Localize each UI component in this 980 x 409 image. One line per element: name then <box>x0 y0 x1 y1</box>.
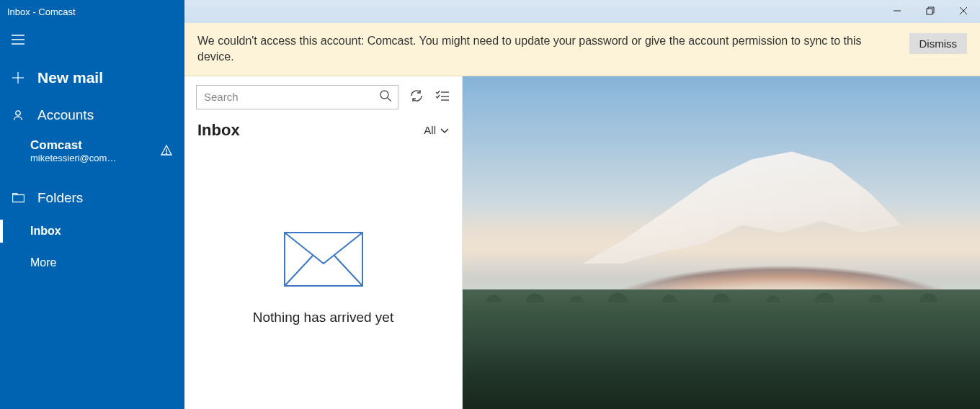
svg-point-5 <box>16 111 20 115</box>
sync-icon <box>409 89 424 106</box>
message-list-pane: Inbox All Nothing has arrived yet <box>184 76 463 409</box>
filter-label: All <box>424 124 436 136</box>
svg-point-7 <box>166 153 166 153</box>
account-name: Comcast <box>30 138 173 153</box>
accounts-label: Accounts <box>37 107 94 123</box>
folders-label: Folders <box>37 190 83 206</box>
svg-rect-8 <box>12 195 24 202</box>
search-box[interactable] <box>196 85 398 109</box>
person-icon <box>12 109 24 121</box>
account-item[interactable]: Comcast miketessieri@com… <box>0 132 184 169</box>
hamburger-button[interactable] <box>0 23 184 58</box>
minimize-button[interactable] <box>881 0 914 23</box>
svg-rect-10 <box>927 9 932 14</box>
window-title: Inbox - Comcast <box>0 0 184 23</box>
close-button[interactable] <box>947 0 980 23</box>
dismiss-button[interactable]: Dismiss <box>909 33 968 54</box>
svg-line-14 <box>388 98 391 102</box>
list-header: Inbox All <box>184 114 462 148</box>
maximize-button[interactable] <box>914 0 947 23</box>
select-icon <box>435 90 450 104</box>
sync-button[interactable] <box>409 89 424 105</box>
window-controls <box>184 0 980 23</box>
chevron-down-icon <box>440 124 449 136</box>
minimize-icon <box>893 5 901 18</box>
folder-more[interactable]: More <box>0 247 184 279</box>
new-mail-button[interactable]: New mail <box>0 58 184 98</box>
folder-inbox[interactable]: Inbox <box>0 215 184 247</box>
empty-text: Nothing has arrived yet <box>253 310 393 325</box>
plus-icon <box>12 72 24 84</box>
folder-label: Inbox <box>30 225 61 238</box>
hamburger-icon <box>12 35 24 47</box>
folder-label: More <box>30 256 56 269</box>
forest <box>463 289 980 409</box>
svg-rect-18 <box>285 233 362 286</box>
right-pane: We couldn't access this account: Comcast… <box>184 0 980 409</box>
close-icon <box>959 5 968 18</box>
list-toolbar <box>184 76 462 114</box>
folder-icon <box>12 193 24 203</box>
empty-state: Nothing has arrived yet <box>184 148 462 409</box>
filter-dropdown[interactable]: All <box>424 124 449 136</box>
envelope-icon <box>284 232 363 289</box>
new-mail-label: New mail <box>37 69 103 86</box>
search-icon <box>379 89 392 105</box>
select-mode-button[interactable] <box>435 89 450 105</box>
account-address: miketessieri@com… <box>30 153 173 163</box>
warning-icon <box>160 144 173 159</box>
svg-point-13 <box>380 91 388 99</box>
maximize-icon <box>926 5 935 18</box>
list-title: Inbox <box>197 121 240 140</box>
accounts-header[interactable]: Accounts <box>0 98 184 132</box>
sync-error-banner: We couldn't access this account: Comcast… <box>184 23 980 76</box>
search-input[interactable] <box>204 91 379 103</box>
banner-message: We couldn't access this account: Comcast… <box>197 33 895 66</box>
content-area: Inbox All Nothing has arrived yet <box>184 76 980 409</box>
reading-pane-background <box>463 76 980 409</box>
sidebar: Inbox - Comcast New mail Accounts Comcas… <box>0 0 184 409</box>
folders-header[interactable]: Folders <box>0 181 184 215</box>
